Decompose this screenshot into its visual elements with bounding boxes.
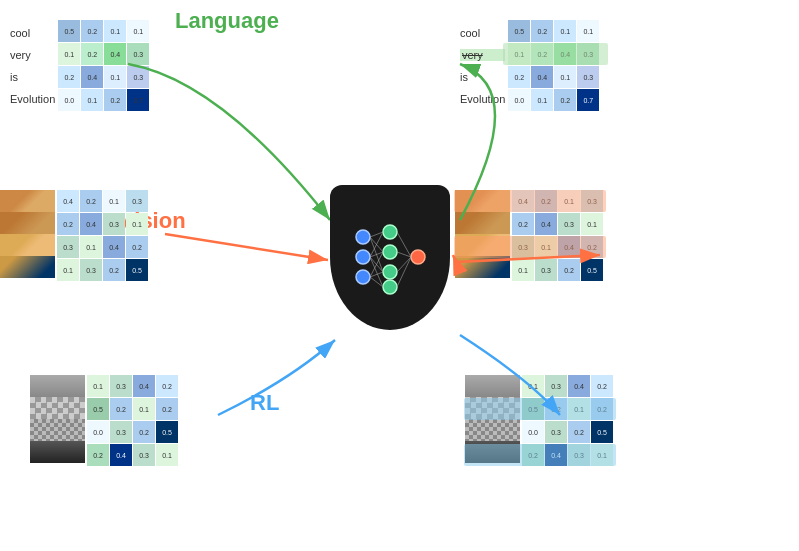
svg-line-21 [397,257,411,287]
language-input-matrix: cool very is Evolution 0.5 0.2 0.1 0.1 0… [10,20,149,111]
svg-point-5 [383,265,397,279]
word-is: is [10,71,55,83]
rl-input-grid: 0.1 0.3 0.4 0.2 0.5 0.2 0.1 0.2 0.0 0.3 … [87,375,178,466]
dog-image-input [0,190,55,278]
svg-line-18 [397,232,411,257]
nn-svg [348,215,433,300]
rl-output-matrix: 0.1 0.3 0.4 0.2 0.5 0.2 0.1 0.2 0.0 0.3 … [465,375,613,466]
neural-network-icon [330,185,450,330]
rl-input-matrix: 0.1 0.3 0.4 0.2 0.5 0.2 0.1 0.2 0.0 0.3 … [30,375,178,466]
svg-line-15 [370,252,383,277]
rl-env-image-output [465,375,520,463]
svg-point-1 [356,250,370,264]
svg-point-7 [411,250,425,264]
vision-input-grid: 0.4 0.2 0.1 0.3 0.2 0.4 0.3 0.1 0.3 0.1 … [57,190,148,281]
vision-output-matrix: 0.4 0.2 0.1 0.3 0.2 0.4 0.3 0.1 0.3 0.1 … [455,190,603,281]
svg-point-6 [383,280,397,294]
vision-input-matrix: 0.4 0.2 0.1 0.3 0.2 0.4 0.3 0.1 0.3 0.1 … [0,190,148,281]
rl-env-image-input [30,375,85,463]
vision-output-grid: 0.4 0.2 0.1 0.3 0.2 0.4 0.3 0.1 0.3 0.1 … [512,190,603,281]
word-cool: cool [10,27,55,39]
svg-point-2 [356,270,370,284]
rl-output-grid: 0.1 0.3 0.4 0.2 0.5 0.2 0.1 0.2 0.0 0.3 … [522,375,613,466]
out-word-is: is [460,71,505,83]
lang-input-grid: 0.5 0.2 0.1 0.1 0.1 0.2 0.4 0.3 0.2 0.4 … [58,20,149,111]
svg-point-0 [356,230,370,244]
lang-output-grid: 0.5 0.2 0.1 0.1 0.1 0.2 0.4 0.3 0.2 0.4 … [508,20,599,111]
word-evolution: Evolution [10,93,55,105]
language-label: Language [175,8,279,34]
output-lang-word-labels: cool very is Evolution [460,22,505,110]
svg-line-11 [370,232,383,257]
out-word-very: very [460,49,505,61]
svg-point-4 [383,245,397,259]
language-word-labels: cool very is Evolution [10,22,55,110]
dog-image-output [455,190,510,278]
out-word-evolution: Evolution [460,93,505,105]
language-output-matrix: cool very is Evolution 0.5 0.2 0.1 0.1 0… [460,20,599,111]
out-word-cool: cool [460,27,505,39]
word-very: very [10,49,55,61]
svg-line-20 [397,257,411,272]
main-diagram: Language cool very is Evolution 0.5 0.2 … [0,0,799,551]
rl-label: RL [250,390,279,416]
svg-point-3 [383,225,397,239]
